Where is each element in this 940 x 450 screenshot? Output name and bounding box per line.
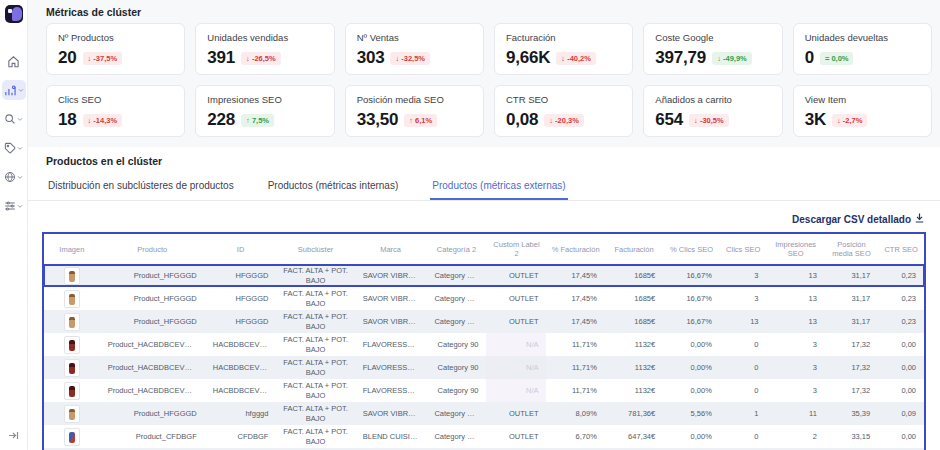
table-cell-pct_clics_seo: 16,67% [663,287,720,310]
table-cell-id: HACBDBCEVDCACCB [205,333,277,356]
metric-card: Nº Productos20↓ -37,5% [46,23,185,75]
metric-label: Unidades devueltas [805,32,920,43]
table-row[interactable]: Product_CFDBGFCFDBGFFACT. ALTA + POT. BA… [43,425,925,448]
table-row[interactable]: Product_HACBDBCEVDCACCBHACBDBCEVDCACCBFA… [43,379,925,402]
metric-label: Clics SEO [58,94,173,105]
column-header: Clics SEO [720,233,767,264]
table-row[interactable]: Product_HFGGGDHFGGGDFACT. ALTA + POT. BA… [43,287,925,310]
table-cell-custom_label2: OUTLET [486,310,546,333]
table-cell-pct_facturacion: 11,71% [546,356,604,379]
metric-delta-badge: ↓ -20,3% [544,114,584,127]
table-cell-ctr_seo: 0,00 [878,379,925,402]
download-csv-link[interactable]: Descargar CSV detallado [792,213,924,225]
metric-delta-badge: ↓ -30,5% [689,114,729,127]
products-section-title: Productos en el clúster [28,155,940,167]
table-cell-ctr_seo: 0,00 [878,425,925,448]
table-cell-clics_seo: 1 [720,402,767,425]
metric-delta-badge: = 0,0% [820,52,854,65]
metric-value: 18 [58,110,77,130]
table-cell-clics_seo: 3 [720,287,767,310]
table-cell-categoria2: Category 120 [426,402,486,425]
table-row[interactable]: Product_HFGGGDHFGGGDFACT. ALTA + POT. BA… [43,310,925,333]
table-cell-categoria2: Category 140 [426,425,486,448]
metric-value: 9,66K [506,48,550,68]
product-thumbnail [64,313,80,331]
chevron-down-icon [18,88,24,93]
tab-external-metrics[interactable]: Productos (métricas externas) [430,176,567,200]
table-cell-marca: SAVOR VIBRANT [355,264,427,287]
sidebar-item-tags[interactable] [2,138,26,158]
table-row[interactable]: Product_HFGGGDHFGGGDFACT. ALTA + POT. BA… [43,264,925,287]
metric-card: Unidades devueltas0= 0,0% [793,23,932,75]
cluster-metrics-section: Métricas de clúster Nº Productos20↓ -37,… [28,0,940,137]
sliders-icon [4,200,16,212]
table-cell-producto: Product_HFGGGD [100,402,205,425]
metric-value: 20 [58,48,77,68]
metric-value: 0 [805,48,814,68]
metric-delta-badge: ↓ -26,5% [241,52,281,65]
table-cell-pct_clics_seo: 16,67% [663,264,720,287]
table-cell-producto: Product_HACBDBCEVDCACCB [100,356,205,379]
table-row[interactable]: Product_HACBDBCEVDCACCBHACBDBCEVDCACCBFA… [43,333,925,356]
table-cell-categoria2: Category 90 [426,356,486,379]
globe-icon [4,171,16,183]
column-header: Marca [355,233,427,264]
table-cell-id: HFGGGD [205,264,277,287]
table-cell-custom_label2: N/A [486,379,546,402]
metric-delta-badge: ↑ 7,5% [241,114,274,127]
table-cell-ctr_seo: 0,23 [878,287,925,310]
metric-value: 391 [207,48,235,68]
table-cell-facturacion: 1132€ [605,333,663,356]
table-body: Product_HFGGGDHFGGGDFACT. ALTA + POT. BA… [43,264,925,450]
sidebar-collapse-button[interactable] [0,426,27,444]
sidebar-item-search[interactable] [2,109,26,129]
metric-delta-badge: ↓ -40,2% [556,52,596,65]
table-cell-pct_facturacion: 17,45% [546,310,604,333]
chevron-down-icon [17,175,23,180]
product-thumbnail [64,405,80,423]
tab-subclusters[interactable]: Distribución en subclústeres de producto… [46,176,236,200]
table-cell-pct_facturacion: 17,45% [546,287,604,310]
table-cell-impresiones_seo: 13 [767,287,825,310]
table-cell-subcluster: FACT. ALTA + POT. BAJO [276,333,354,356]
table-cell-marca: FLAVORESSENCE [355,356,427,379]
table-row[interactable]: Product_HFGGGDhfgggdFACT. ALTA + POT. BA… [43,402,925,425]
table-cell-posicion_media_seo: 33,15 [825,425,878,448]
table-row[interactable]: Product_HACBDBCEVDCACCBHACBDBCEVDCACCBFA… [43,356,925,379]
table-cell-custom_label2: N/A [486,333,546,356]
sidebar-item-settings[interactable] [2,196,26,216]
sidebar-item-web[interactable] [2,167,26,187]
table-cell-categoria2: Category 120 [426,264,486,287]
metric-label: Facturación [506,32,621,43]
sidebar-item-clusters[interactable] [2,80,26,100]
table-cell-custom_label2: OUTLET [486,287,546,310]
column-header: % Clics SEO [663,233,720,264]
table-cell-producto: Product_HFGGGD [100,287,205,310]
metric-value: 33,50 [357,110,399,130]
metric-delta-badge: ↑ 6,1% [404,114,437,127]
metric-value: 3K [805,110,826,130]
table-cell-producto: Product_HACBDBCEVDCACCB [100,379,205,402]
sidebar-item-home[interactable] [2,51,26,71]
column-header: Facturación [605,233,663,264]
table-cell-facturacion: 1132€ [605,356,663,379]
table-cell-pct_clics_seo: 0,00% [663,356,720,379]
table-cell-facturacion: 1685€ [605,310,663,333]
table-cell-custom_label2: N/A [486,356,546,379]
table-header-row: ImagenProductoIDSubclústerMarcaCategoría… [43,233,925,264]
tab-internal-metrics[interactable]: Productos (métricas internas) [266,176,401,200]
table-cell-custom_label2: OUTLET [486,264,546,287]
table-cell-subcluster: FACT. ALTA + POT. BAJO [276,287,354,310]
table-cell-custom_label2: OUTLET [486,425,546,448]
table-cell-pct_facturacion: 8,09% [546,402,604,425]
table-cell-pct_clics_seo: 0,00% [663,333,720,356]
table-cell-facturacion: 647,34€ [605,425,663,448]
table-cell-impresiones_seo: 3 [767,379,825,402]
table-cell-categoria2: Category 90 [426,333,486,356]
search-icon [4,113,16,125]
metric-label: Añadidos a carrito [655,94,770,105]
table-cell-impresiones_seo: 13 [767,264,825,287]
table-cell-marca: BLEND CUISINE [355,425,427,448]
table-cell-producto: Product_CFDBGF [100,425,205,448]
app-logo[interactable] [5,5,23,23]
